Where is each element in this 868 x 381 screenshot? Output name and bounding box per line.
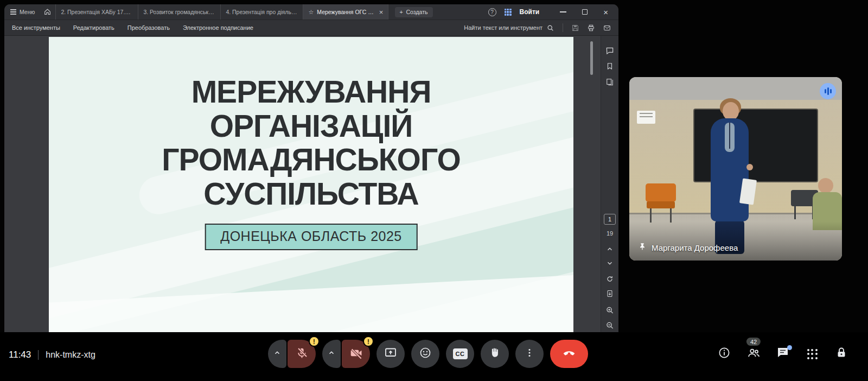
slide-title-line: СУСПІЛЬСТВА (49, 177, 573, 211)
page-thumbnails-icon[interactable] (606, 78, 614, 86)
menu-esign[interactable]: Электронное подписание (183, 24, 253, 31)
speaker-hand (746, 164, 753, 170)
host-controls-button[interactable] (834, 347, 848, 361)
end-call-button[interactable] (550, 340, 588, 368)
slide-title-line: ГРОМАДЯНСЬКОГО (49, 143, 573, 177)
room-ceiling (629, 77, 842, 100)
toolbar-divider (563, 23, 563, 32)
acrobat-toolbar: Все инструменты Редактировать Преобразов… (4, 20, 618, 36)
video-feed (629, 77, 842, 261)
slide-title-line: МЕРЕЖУВАННЯ (49, 75, 573, 109)
speaker-lanyard (729, 123, 730, 149)
microphone-control: ! (268, 340, 316, 368)
pdf-page: МЕРЕЖУВАННЯ ОРГАНІЗАЦІЙ ГРОМАДЯНСЬКОГО С… (49, 37, 573, 332)
minimize-icon (560, 11, 566, 12)
participant-video-tile[interactable]: Маргарита Дорофеева (629, 77, 842, 261)
chat-notification-dot (787, 345, 792, 350)
tab-label: 2. Презентація ХАБу 17.09.... (61, 9, 133, 15)
speaker-head (723, 102, 739, 120)
raise-hand-icon (489, 347, 501, 361)
toolbar-right: Найти текст или инструмент (464, 23, 611, 32)
rotate-refresh-icon[interactable] (606, 275, 614, 283)
home-button[interactable] (40, 4, 55, 20)
save-icon[interactable] (572, 24, 579, 31)
pdf-scrollbar[interactable] (590, 41, 593, 75)
present-screen-icon (384, 346, 397, 361)
sign-in-button[interactable]: Войти (520, 8, 540, 16)
tab-presentation-2[interactable]: 2. Презентація ХАБу 17.09.... (55, 4, 138, 20)
tab-label: 4. Презентація про діяльні... (226, 9, 298, 15)
home-icon (44, 8, 51, 16)
tab-label: Мережування ОГС Д... (317, 9, 376, 15)
participant-name-label: Маргарита Дорофеева (638, 243, 738, 253)
apps-dots-icon (807, 349, 818, 359)
page-total: 19 (607, 230, 613, 237)
camera-options-button[interactable] (322, 340, 341, 368)
star-icon[interactable]: ☆ (308, 9, 314, 16)
minimize-button[interactable] (556, 11, 570, 12)
new-tab-button[interactable]: + Создать (395, 7, 433, 17)
tile-vignette (629, 221, 842, 261)
help-icon[interactable]: ? (488, 8, 496, 16)
tab-active-document[interactable]: ☆ Мережування ОГС Д... × (303, 4, 388, 20)
maximize-button[interactable] (578, 9, 591, 15)
second-person-head (818, 178, 833, 193)
slide-subtitle-box: ДОНЕЦЬКА ОБЛАСТЬ 2025 (205, 224, 418, 250)
hamburger-icon (10, 9, 16, 15)
more-options-button[interactable] (515, 340, 544, 368)
mail-icon[interactable] (603, 24, 611, 31)
host-lock-icon (835, 346, 848, 361)
menu-all-tools[interactable]: Все инструменты (12, 24, 60, 31)
browser-tab-bar: Меню 2. Презентація ХАБу 17.09.... 3. Ро… (4, 4, 618, 20)
call-controls: ! ! (268, 340, 588, 368)
tab-bar-right-controls: ? Войти × (488, 8, 618, 16)
people-panel-button[interactable]: 42 (746, 347, 761, 361)
tab-close-icon[interactable]: × (376, 8, 384, 16)
page-number-input[interactable]: 1 (604, 214, 616, 225)
orange-chair-seat (647, 201, 675, 208)
comments-icon[interactable] (606, 47, 614, 55)
next-page-icon[interactable] (606, 259, 614, 267)
window-close-button[interactable]: × (599, 8, 612, 16)
chevron-up-icon (328, 349, 335, 359)
menu-button[interactable]: Меню (4, 4, 40, 20)
chevron-up-icon (273, 349, 281, 359)
zoom-in-icon[interactable] (606, 306, 614, 314)
reactions-button[interactable] (411, 340, 439, 368)
tab-presentation-3[interactable]: 3. Розвиток громадянського... (138, 4, 220, 20)
maximize-icon (582, 9, 588, 15)
tab-label: 3. Розвиток громадянського... (143, 9, 215, 15)
activities-button[interactable] (805, 347, 819, 361)
search-tool-button[interactable]: Найти текст или инструмент (464, 24, 554, 31)
pin-icon[interactable] (638, 243, 647, 253)
participant-count-badge: 42 (746, 338, 761, 346)
tab-presentation-4[interactable]: 4. Презентація про діяльні... (220, 4, 303, 20)
export-page-icon[interactable] (606, 290, 614, 297)
camera-control: ! (322, 340, 370, 368)
search-icon (547, 24, 554, 31)
menu-label: Меню (20, 9, 35, 15)
camera-off-icon (349, 346, 363, 362)
meeting-code: hnk-tmkz-xtg (46, 350, 95, 360)
present-screen-button[interactable] (376, 340, 405, 368)
zoom-out-icon[interactable] (606, 321, 614, 329)
apps-grid-icon[interactable] (505, 9, 512, 16)
window-close-icon: × (603, 8, 608, 16)
slide-title-line: ОРГАНІЗАЦІЙ (49, 109, 573, 143)
mic-options-button[interactable] (268, 340, 286, 368)
previous-page-icon[interactable] (606, 245, 614, 253)
orange-chair (646, 183, 676, 202)
participant-name: Маргарита Дорофеева (652, 243, 738, 252)
menu-convert[interactable]: Преобразовать (127, 24, 170, 31)
info-icon (718, 346, 731, 361)
raise-hand-button[interactable] (481, 340, 509, 368)
chat-panel-button[interactable] (776, 347, 790, 361)
bookmarks-icon[interactable] (606, 62, 614, 70)
meeting-details-button[interactable] (717, 347, 731, 361)
more-vertical-icon (524, 347, 535, 361)
print-icon[interactable] (588, 24, 595, 31)
new-tab-label: Создать (406, 9, 428, 15)
captions-button[interactable]: CC (446, 340, 474, 368)
menu-edit[interactable]: Редактировать (73, 24, 114, 31)
meet-screen: Меню 2. Презентація ХАБу 17.09.... 3. Ро… (0, 0, 868, 381)
